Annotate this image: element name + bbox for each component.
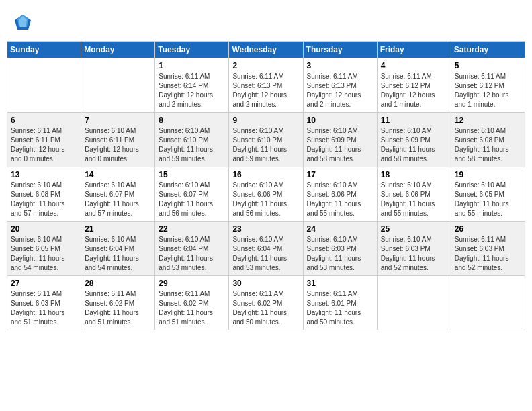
calendar-cell: 12Sunrise: 6:10 AM Sunset: 6:08 PM Dayli… [451,113,525,167]
day-number: 31 [307,279,373,288]
calendar-table: SundayMondayTuesdayWednesdayThursdayFrid… [7,41,525,330]
day-number: 18 [381,170,447,179]
day-info: Sunrise: 6:11 AM Sunset: 6:03 PM Dayligh… [455,235,521,273]
day-number: 15 [159,170,225,179]
calendar-cell: 16Sunrise: 6:10 AM Sunset: 6:06 PM Dayli… [229,167,303,222]
day-info: Sunrise: 6:11 AM Sunset: 6:01 PM Dayligh… [307,289,373,327]
calendar-cell: 2Sunrise: 6:11 AM Sunset: 6:13 PM Daylig… [229,58,303,113]
day-info: Sunrise: 6:10 AM Sunset: 6:09 PM Dayligh… [381,126,447,164]
calendar-cell: 23Sunrise: 6:10 AM Sunset: 6:04 PM Dayli… [229,222,303,276]
day-number: 21 [85,224,151,234]
calendar-row: 20Sunrise: 6:10 AM Sunset: 6:05 PM Dayli… [7,222,525,276]
calendar-cell: 27Sunrise: 6:11 AM Sunset: 6:03 PM Dayli… [7,276,81,330]
day-number: 9 [232,116,299,125]
day-number: 3 [307,61,373,71]
calendar-cell: 10Sunrise: 6:10 AM Sunset: 6:09 PM Dayli… [303,113,377,167]
calendar-cell: 11Sunrise: 6:10 AM Sunset: 6:09 PM Dayli… [377,113,451,167]
calendar-cell: 6Sunrise: 6:11 AM Sunset: 6:11 PM Daylig… [7,113,81,167]
day-number: 27 [11,279,77,288]
calendar-header-row: SundayMondayTuesdayWednesdayThursdayFrid… [7,42,525,58]
calendar-row: 6Sunrise: 6:11 AM Sunset: 6:11 PM Daylig… [7,113,525,167]
calendar-cell: 3Sunrise: 6:11 AM Sunset: 6:13 PM Daylig… [303,58,377,113]
day-info: Sunrise: 6:10 AM Sunset: 6:08 PM Dayligh… [11,181,77,218]
day-info: Sunrise: 6:10 AM Sunset: 6:06 PM Dayligh… [232,181,299,218]
calendar-cell [451,276,525,330]
calendar-cell: 19Sunrise: 6:10 AM Sunset: 6:05 PM Dayli… [451,167,525,222]
calendar-cell: 7Sunrise: 6:10 AM Sunset: 6:11 PM Daylig… [81,113,155,167]
day-info: Sunrise: 6:10 AM Sunset: 6:04 PM Dayligh… [159,235,225,273]
calendar-cell: 20Sunrise: 6:10 AM Sunset: 6:05 PM Dayli… [7,222,81,276]
calendar-cell: 21Sunrise: 6:10 AM Sunset: 6:04 PM Dayli… [81,222,155,276]
day-info: Sunrise: 6:10 AM Sunset: 6:04 PM Dayligh… [85,235,151,273]
calendar-cell: 18Sunrise: 6:10 AM Sunset: 6:06 PM Dayli… [377,167,451,222]
calendar-cell: 1Sunrise: 6:11 AM Sunset: 6:14 PM Daylig… [155,58,229,113]
day-info: Sunrise: 6:11 AM Sunset: 6:11 PM Dayligh… [11,126,77,164]
calendar-cell: 8Sunrise: 6:10 AM Sunset: 6:10 PM Daylig… [155,113,229,167]
weekday-header: Tuesday [155,42,229,58]
day-info: Sunrise: 6:10 AM Sunset: 6:05 PM Dayligh… [11,235,77,273]
day-number: 23 [232,224,299,234]
day-info: Sunrise: 6:10 AM Sunset: 6:03 PM Dayligh… [307,235,373,273]
day-info: Sunrise: 6:10 AM Sunset: 6:07 PM Dayligh… [85,181,151,218]
day-number: 29 [159,279,225,288]
day-number: 22 [159,224,225,234]
day-info: Sunrise: 6:10 AM Sunset: 6:06 PM Dayligh… [381,181,447,218]
calendar-cell: 29Sunrise: 6:11 AM Sunset: 6:02 PM Dayli… [155,276,229,330]
day-info: Sunrise: 6:10 AM Sunset: 6:10 PM Dayligh… [232,126,299,164]
weekday-header: Saturday [451,42,525,58]
day-info: Sunrise: 6:11 AM Sunset: 6:13 PM Dayligh… [232,72,299,109]
calendar-cell: 5Sunrise: 6:11 AM Sunset: 6:12 PM Daylig… [451,58,525,113]
calendar-cell: 30Sunrise: 6:11 AM Sunset: 6:02 PM Dayli… [229,276,303,330]
day-info: Sunrise: 6:10 AM Sunset: 6:04 PM Dayligh… [232,235,299,273]
weekday-header: Sunday [7,42,81,58]
day-number: 4 [381,61,447,71]
weekday-header: Friday [377,42,451,58]
day-number: 24 [307,224,373,234]
day-number: 5 [455,61,521,71]
day-number: 11 [381,116,447,125]
day-number: 10 [307,116,373,125]
day-info: Sunrise: 6:10 AM Sunset: 6:03 PM Dayligh… [381,235,447,273]
day-info: Sunrise: 6:10 AM Sunset: 6:10 PM Dayligh… [159,126,225,164]
day-info: Sunrise: 6:11 AM Sunset: 6:12 PM Dayligh… [381,72,447,109]
day-info: Sunrise: 6:11 AM Sunset: 6:14 PM Dayligh… [159,72,225,109]
calendar-row: 27Sunrise: 6:11 AM Sunset: 6:03 PM Dayli… [7,276,525,330]
day-number: 20 [11,224,77,234]
day-number: 28 [85,279,151,288]
calendar-cell [7,58,81,113]
weekday-header: Wednesday [229,42,303,58]
day-number: 8 [159,116,225,125]
day-info: Sunrise: 6:10 AM Sunset: 6:05 PM Dayligh… [455,181,521,218]
day-number: 13 [11,170,77,179]
day-info: Sunrise: 6:10 AM Sunset: 6:07 PM Dayligh… [159,181,225,218]
day-number: 14 [85,170,151,179]
calendar-row: 1Sunrise: 6:11 AM Sunset: 6:14 PM Daylig… [7,58,525,113]
day-number: 12 [455,116,521,125]
calendar-cell [81,58,155,113]
calendar-cell [377,276,451,330]
calendar-cell: 28Sunrise: 6:11 AM Sunset: 6:02 PM Dayli… [81,276,155,330]
day-number: 6 [11,116,77,125]
calendar-cell: 17Sunrise: 6:10 AM Sunset: 6:06 PM Dayli… [303,167,377,222]
day-info: Sunrise: 6:10 AM Sunset: 6:06 PM Dayligh… [307,181,373,218]
day-info: Sunrise: 6:11 AM Sunset: 6:02 PM Dayligh… [85,289,151,327]
day-info: Sunrise: 6:11 AM Sunset: 6:03 PM Dayligh… [11,289,77,327]
calendar-cell: 24Sunrise: 6:10 AM Sunset: 6:03 PM Dayli… [303,222,377,276]
day-number: 17 [307,170,373,179]
day-info: Sunrise: 6:10 AM Sunset: 6:09 PM Dayligh… [307,126,373,164]
page-header [7,7,525,36]
day-info: Sunrise: 6:10 AM Sunset: 6:11 PM Dayligh… [85,126,151,164]
day-number: 25 [381,224,447,234]
day-number: 2 [232,61,299,71]
logo [13,13,35,32]
calendar-cell: 9Sunrise: 6:10 AM Sunset: 6:10 PM Daylig… [229,113,303,167]
day-info: Sunrise: 6:11 AM Sunset: 6:02 PM Dayligh… [159,289,225,327]
calendar-cell: 22Sunrise: 6:10 AM Sunset: 6:04 PM Dayli… [155,222,229,276]
day-info: Sunrise: 6:11 AM Sunset: 6:13 PM Dayligh… [307,72,373,109]
day-number: 7 [85,116,151,125]
weekday-header: Monday [81,42,155,58]
day-info: Sunrise: 6:11 AM Sunset: 6:12 PM Dayligh… [455,72,521,109]
logo-icon [13,13,32,32]
day-info: Sunrise: 6:11 AM Sunset: 6:02 PM Dayligh… [232,289,299,327]
calendar-cell: 31Sunrise: 6:11 AM Sunset: 6:01 PM Dayli… [303,276,377,330]
